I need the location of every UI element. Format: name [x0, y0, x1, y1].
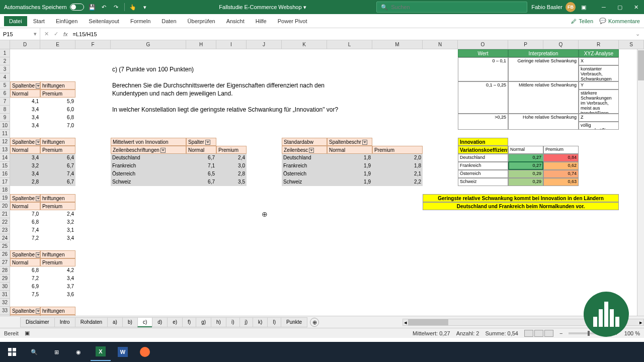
zoom-out-icon[interactable]: −	[559, 330, 562, 336]
col-header[interactable]: O	[458, 40, 508, 49]
row-header[interactable]: 32	[0, 299, 10, 307]
col-header[interactable]: H	[186, 40, 216, 49]
row-header[interactable]: 4	[0, 73, 10, 81]
row-header[interactable]: 24	[0, 234, 10, 242]
sheet-tab[interactable]: Intro	[54, 317, 75, 327]
col-header[interactable]: D	[10, 40, 40, 49]
record-macro-icon[interactable]: ▣	[25, 330, 30, 336]
col-header[interactable]: I	[216, 40, 247, 49]
spreadsheet-grid[interactable]: DEFGHIJKLMNOPQRS 12345678910111213141516…	[0, 40, 644, 316]
row-header[interactable]: 25	[0, 242, 10, 250]
user-account[interactable]: Fabio Basler FB	[531, 2, 576, 12]
ribbon-tab-ansicht[interactable]: Ansicht	[221, 16, 250, 26]
ribbon-mode-icon[interactable]: ▣	[580, 3, 588, 11]
minimize-icon[interactable]: ─	[600, 3, 608, 11]
row-header[interactable]: 9	[0, 114, 10, 122]
row-header[interactable]: 26	[0, 250, 10, 258]
col-header[interactable]: S	[619, 40, 644, 49]
vertical-scrollbar[interactable]	[637, 49, 644, 316]
search-button[interactable]: 🔍	[24, 343, 44, 361]
col-header[interactable]: P	[508, 40, 543, 49]
share-button[interactable]: 🖉 Teilen	[571, 18, 593, 24]
col-header[interactable]: E	[40, 40, 75, 49]
col-header[interactable]: Q	[543, 40, 579, 49]
row-header[interactable]: 5	[0, 81, 10, 89]
maximize-icon[interactable]: ▢	[616, 3, 624, 11]
row-header[interactable]: 18	[0, 186, 10, 194]
col-header[interactable]: K	[282, 40, 327, 49]
close-icon[interactable]: ✕	[632, 3, 640, 11]
firefox-app[interactable]	[135, 343, 155, 361]
sheet-tab[interactable]: l)	[267, 317, 281, 327]
sheet-tab[interactable]: k)	[253, 317, 268, 327]
undo-icon[interactable]: ↶	[100, 3, 108, 11]
row-header[interactable]: 3	[0, 65, 10, 73]
obs-app[interactable]: ◉	[68, 343, 89, 361]
sheet-tab[interactable]: Disclaimer	[20, 317, 55, 327]
word-app[interactable]: W	[113, 343, 133, 361]
select-all-corner[interactable]	[0, 40, 10, 49]
autosave-toggle[interactable]: Automatisches Speichern	[4, 4, 84, 11]
ribbon-tab-datei[interactable]: Datei	[4, 16, 27, 26]
ribbon-tab-überprüfen[interactable]: Überprüfen	[183, 16, 220, 26]
fx-icon[interactable]: fx	[63, 31, 68, 37]
search-input[interactable]	[391, 4, 523, 10]
sheet-tab[interactable]: d)	[152, 317, 168, 327]
excel-app[interactable]: X	[91, 343, 111, 361]
row-header[interactable]: 33	[0, 307, 10, 315]
sheet-tab[interactable]: g)	[196, 317, 211, 327]
sheet-tab[interactable]: c)	[137, 317, 152, 327]
row-header[interactable]: 19	[0, 194, 10, 202]
more-icon[interactable]: ▾	[141, 3, 149, 11]
col-header[interactable]: N	[423, 40, 458, 49]
view-pagebreak-icon[interactable]	[544, 330, 553, 337]
view-normal-icon[interactable]	[524, 330, 533, 337]
sheet-tab[interactable]: a)	[107, 317, 123, 327]
row-header[interactable]: 34	[0, 315, 10, 316]
confirm-icon[interactable]: ✓	[54, 31, 58, 37]
save-icon[interactable]: 💾	[88, 3, 96, 11]
row-header[interactable]: 11	[0, 130, 10, 138]
start-button[interactable]	[2, 343, 22, 361]
view-layout-icon[interactable]	[534, 330, 543, 337]
col-header[interactable]: J	[247, 40, 282, 49]
expand-formula-icon[interactable]: ⌄	[635, 31, 640, 37]
row-header[interactable]: 1	[0, 49, 10, 57]
row-header[interactable]: 7	[0, 98, 10, 106]
formula-input[interactable]	[73, 31, 630, 37]
ribbon-tab-formeln[interactable]: Formeln	[125, 16, 155, 26]
search-box[interactable]: 🔍	[376, 2, 527, 13]
row-header[interactable]: 16	[0, 170, 10, 178]
col-header[interactable]: M	[372, 40, 423, 49]
row-header[interactable]: 14	[0, 154, 10, 162]
col-header[interactable]: L	[327, 40, 372, 49]
row-header[interactable]: 29	[0, 275, 10, 283]
col-header[interactable]: F	[75, 40, 111, 49]
redo-icon[interactable]: ↷	[112, 3, 120, 11]
row-header[interactable]: 27	[0, 258, 10, 266]
zoom-level[interactable]: 100 %	[624, 330, 640, 336]
row-header[interactable]: 30	[0, 283, 10, 291]
sheet-tab[interactable]: e)	[167, 317, 183, 327]
sheet-tab[interactable]: Punkte	[281, 317, 307, 327]
add-sheet-button[interactable]: ⊕	[310, 318, 319, 327]
col-header[interactable]: R	[579, 40, 619, 49]
ribbon-tab-hilfe[interactable]: Hilfe	[251, 16, 272, 26]
sheet-tab[interactable]: f)	[182, 317, 196, 327]
sheet-tab[interactable]: j)	[239, 317, 254, 327]
row-header[interactable]: 22	[0, 218, 10, 226]
sheet-tab[interactable]: h)	[211, 317, 226, 327]
ribbon-tab-seitenlayout[interactable]: Seitenlayout	[84, 16, 124, 26]
row-header[interactable]: 10	[0, 122, 10, 130]
row-header[interactable]: 31	[0, 291, 10, 299]
row-header[interactable]: 13	[0, 146, 10, 154]
row-header[interactable]: 8	[0, 106, 10, 114]
row-header[interactable]: 28	[0, 266, 10, 275]
row-header[interactable]: 6	[0, 89, 10, 98]
comments-button[interactable]: 💬 Kommentare	[599, 18, 640, 24]
touch-icon[interactable]: 👆	[129, 3, 137, 11]
sheet-tab[interactable]: Rohdaten	[75, 317, 108, 327]
row-header[interactable]: 20	[0, 202, 10, 210]
row-header[interactable]: 2	[0, 57, 10, 65]
row-header[interactable]: 23	[0, 226, 10, 234]
